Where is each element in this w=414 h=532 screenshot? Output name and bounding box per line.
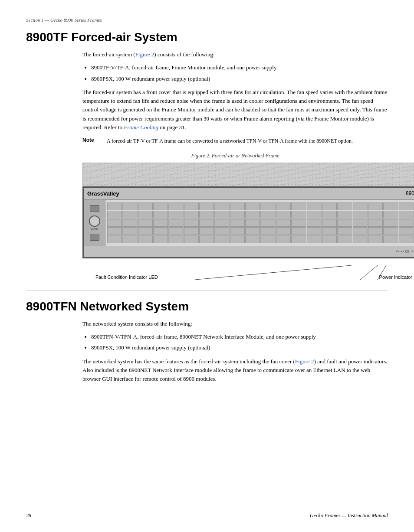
svg-line-23: [360, 265, 378, 280]
section2-title: 8900TFN Networked System: [26, 300, 388, 313]
section2-body1: The networked system has the same featur…: [82, 357, 388, 383]
frame-outer: GrassValley 8900 Series LOCK: [82, 186, 414, 258]
frame-top-dots: ID-8930: [82, 163, 414, 186]
bullet-item: 8900PSX, 100 W redundant power supply (o…: [91, 75, 388, 83]
frame-left-panel: LOCK: [84, 200, 105, 246]
frame-body: LOCK: [84, 200, 414, 246]
figure-section: Figure 2. Forced-air or Networked Frame: [82, 153, 388, 282]
bullet-item: 8900TF-V/TF-A, forced-air frame, Frame M…: [91, 63, 388, 72]
note-block: Note A forced-air TF-V or TF-A frame can…: [82, 137, 388, 145]
svg-line-22: [195, 265, 352, 280]
fault-led: [405, 250, 409, 253]
svg-rect-21: [83, 163, 414, 186]
section1-bullets: 8900TF-V/TF-A, forced-air frame, Frame M…: [91, 63, 388, 83]
ps1-indicator-group: PS1: [411, 250, 414, 253]
frame-slots: [105, 200, 414, 246]
section2-content: The networked system consists of the fol…: [82, 320, 388, 384]
section1-intro: The forced-air system (Figure 2) consist…: [82, 50, 388, 59]
annotation-power-label: Power Indicator LEDs: [379, 274, 414, 280]
frame-diagram: ID-8930 GrassValley 8900 Series: [82, 163, 414, 282]
section1-title: 8900TF Forced-air System: [26, 30, 388, 44]
bullet-item: 8900TFN-V/TFN-A, forced-air frame, 8900N…: [91, 333, 388, 341]
frame-top-bar: GrassValley 8900 Series: [84, 188, 414, 200]
section2-figure2-link[interactable]: Figure 2: [295, 358, 314, 365]
frame-annotations: Fault Condition Indicator LED Power Indi…: [82, 260, 414, 282]
ps1-label: PS1: [411, 250, 414, 253]
manual-title: Gecko Frames — Instruction Manual: [310, 512, 388, 519]
lock-group-left: LOCK: [89, 215, 100, 230]
grass-valley-logo: GrassValley: [87, 190, 119, 197]
page-footer: 28 Gecko Frames — Instruction Manual: [26, 512, 388, 519]
section1-body1: The forced-air system has a front cover …: [82, 88, 388, 132]
lock-label-left: LOCK: [91, 228, 98, 230]
fault-indicator-group: FAULT: [396, 250, 409, 253]
annotation-fault-label: Fault Condition Indicator LED: [95, 274, 158, 280]
figure2-link[interactable]: Figure 2: [135, 51, 154, 58]
frame-bottom-bar: FAULT PS1 PS2: [84, 246, 414, 257]
series-label: 8900 Series: [406, 190, 414, 196]
section2-intro: The networked system consists of the fol…: [82, 320, 388, 328]
left-connector-bottom: [90, 234, 99, 241]
page-number: 28: [26, 512, 31, 519]
lock-circle-left: [89, 215, 100, 227]
note-text: A forced-air TF-V or TF-A frame can be c…: [107, 137, 353, 145]
fault-label: FAULT: [396, 250, 404, 253]
section2-bullets: 8900TFN-V/TFN-A, forced-air frame, 8900N…: [91, 333, 388, 352]
left-connector-top: [90, 205, 99, 212]
figure-caption: Figure 2. Forced-air or Networked Frame: [82, 153, 388, 159]
section-header: Section 1 — Gecko 8900 Series Frames: [26, 17, 388, 23]
dots-svg: [83, 163, 414, 186]
section1-content: The forced-air system (Figure 2) consist…: [82, 50, 388, 282]
bullet-item: 8900PSX, 100 W redundant power supply (o…: [91, 343, 388, 352]
section-divider: [26, 290, 388, 291]
note-label: Note: [82, 137, 100, 145]
frame-cooling-link[interactable]: Frame Cooling: [124, 124, 158, 131]
